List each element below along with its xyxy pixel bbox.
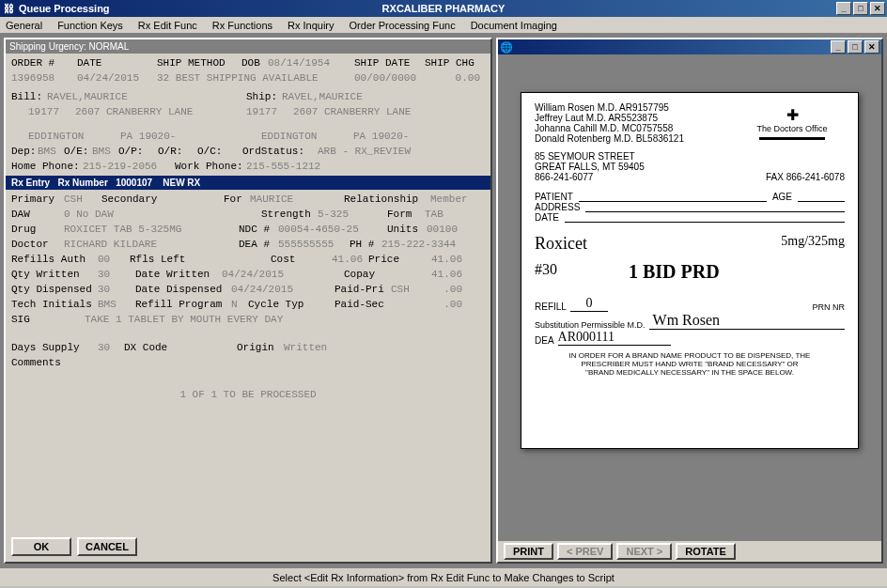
- image-button-row: PRINT < PREV NEXT > ROTATE: [498, 541, 881, 562]
- menu-rx-edit-func[interactable]: Rx Edit Func: [138, 20, 197, 31]
- ok-button[interactable]: OK: [11, 537, 71, 556]
- office-name: The Doctors Office: [736, 124, 848, 133]
- cycle-typ-label: Cycle Typ: [248, 297, 335, 312]
- ship-chg: 0.00: [435, 70, 480, 85]
- strength-value[interactable]: 5-325: [318, 207, 387, 222]
- menu-bar: General Function Keys Rx Edit Func Rx Fu…: [0, 17, 887, 34]
- minimize-button[interactable]: _: [836, 2, 851, 15]
- bill-street: 2607 CRANBERRY LANE: [75, 104, 246, 119]
- image-viewer[interactable]: ✚ The Doctors Office William Rosen M.D. …: [498, 54, 881, 541]
- cost-label: Cost: [271, 252, 316, 267]
- menu-document-imaging[interactable]: Document Imaging: [471, 20, 557, 31]
- workspace: Shipping Urgency: NORMAL ORDER # DATE SH…: [0, 34, 887, 567]
- doctor-value[interactable]: RICHARD KILDARE: [64, 237, 239, 252]
- refills-auth-value[interactable]: 00: [98, 252, 130, 267]
- refills-auth-label: Refills Auth: [11, 252, 98, 267]
- qty-written-value[interactable]: 30: [98, 267, 135, 282]
- image-title-bar: 🌐 _ □ ✕: [498, 39, 881, 54]
- oe-label: O/E:: [64, 144, 92, 159]
- bill-ship-block: Bill: RAVEL,MAURICE Ship: RAVEL,MAURICE …: [6, 87, 490, 176]
- dea-value[interactable]: 555555555: [278, 237, 350, 252]
- dep-label: Dep:: [11, 144, 38, 159]
- drug-value[interactable]: ROXICET TAB 5-325MG: [64, 222, 239, 237]
- bill-city: EDDINGTON: [28, 129, 120, 144]
- image-close-button[interactable]: ✕: [864, 40, 879, 54]
- refill-program-value[interactable]: N: [231, 297, 248, 312]
- prescription-image: ✚ The Doctors Office William Rosen M.D. …: [521, 92, 859, 449]
- image-maximize-button[interactable]: □: [848, 40, 863, 54]
- secondary-label: Secondary: [101, 192, 224, 207]
- qty-written-label: Qty Written: [11, 267, 98, 282]
- form-label: Form: [387, 207, 425, 222]
- col-ship-chg: SHIP CHG: [425, 55, 475, 70]
- rx-number-value: 1000107: [116, 178, 152, 188]
- rfls-left-label: Rfls Left: [130, 252, 271, 267]
- cancel-button[interactable]: CANCEL: [77, 537, 137, 556]
- sig-label: SIG: [11, 312, 85, 327]
- close-button[interactable]: ✕: [870, 2, 885, 15]
- substitution-label: Substitution Permissible M.D.: [535, 320, 646, 330]
- button-row: OK CANCEL: [6, 532, 490, 562]
- qty-dispensed-value[interactable]: 30: [98, 282, 135, 297]
- order-panel: Shipping Urgency: NORMAL ORDER # DATE SH…: [4, 38, 492, 564]
- tech-initials-label: Tech Initials: [11, 297, 98, 312]
- tech-initials-value[interactable]: BMS: [98, 297, 135, 312]
- bill-no: 19177: [28, 104, 75, 119]
- for-label: For: [224, 192, 250, 207]
- ndc-value[interactable]: 00054-4650-25: [278, 222, 387, 237]
- menu-rx-inquiry[interactable]: Rx Inquiry: [288, 20, 335, 31]
- disclaimer-3: "BRAND MEDICALLY NECESSARY" IN THE SPACE…: [535, 368, 845, 377]
- daw-label: DAW: [11, 207, 64, 222]
- menu-rx-functions[interactable]: Rx Functions: [212, 20, 272, 31]
- work-phone: 215-555-1212: [246, 159, 320, 174]
- bill-state: PA 19020-: [120, 129, 261, 144]
- menu-general[interactable]: General: [6, 20, 42, 31]
- date-written-value[interactable]: 04/24/2015: [222, 267, 344, 282]
- dea-image-value: AR000111: [558, 330, 671, 346]
- paid-sec-label: Paid-Sec: [335, 297, 391, 312]
- col-dob: DOB: [241, 55, 268, 70]
- office-phone: 866-241-6077: [535, 172, 593, 182]
- relationship-value[interactable]: Member: [430, 192, 468, 207]
- image-minimize-button[interactable]: _: [831, 40, 846, 54]
- paid-pri-amt: .00: [423, 282, 462, 297]
- ship-label: Ship:: [246, 89, 282, 104]
- dx-code-label: DX Code: [124, 340, 237, 355]
- order-no: 1396958: [11, 70, 77, 85]
- units-label: Units: [387, 222, 427, 237]
- paid-sec-amt: .00: [391, 297, 462, 312]
- date-dispensed-value[interactable]: 04/24/2015: [231, 282, 335, 297]
- menu-order-processing-func[interactable]: Order Processing Func: [350, 20, 456, 31]
- origin-value[interactable]: Written: [284, 340, 327, 355]
- prev-button[interactable]: < PREV: [557, 543, 613, 560]
- maximize-button[interactable]: □: [853, 2, 868, 15]
- form-value[interactable]: TAB: [425, 207, 444, 222]
- next-button[interactable]: NEXT >: [616, 543, 672, 560]
- date-dispensed-label: Date Dispensed: [135, 282, 231, 297]
- units-value[interactable]: 00100: [427, 222, 458, 237]
- days-supply-value[interactable]: 30: [98, 340, 124, 355]
- sig-value[interactable]: TAKE 1 TABLET BY MOUTH EVERY DAY: [85, 312, 283, 327]
- for-value[interactable]: MAURICE: [250, 192, 344, 207]
- oe-value: BMS: [92, 144, 118, 159]
- ship-no: 19177: [246, 104, 293, 119]
- col-order: ORDER #: [11, 55, 77, 70]
- rx-new-label: NEW RX: [163, 178, 200, 188]
- col-date: DATE: [77, 55, 157, 70]
- home-phone: 215-219-2056: [83, 159, 175, 174]
- daw-value[interactable]: 0 No DAW: [64, 207, 261, 222]
- rotate-button[interactable]: ROTATE: [676, 543, 736, 560]
- bill-label: Bill:: [11, 89, 47, 104]
- primary-label: Primary: [11, 192, 64, 207]
- hand-drug: Roxicet: [535, 234, 781, 254]
- qty-dispensed-label: Qty Dispensed: [11, 282, 98, 297]
- signature: Wm Rosen: [649, 312, 845, 330]
- ship-state: PA 19020-: [353, 129, 409, 144]
- menu-function-keys[interactable]: Function Keys: [57, 20, 123, 31]
- primary-value[interactable]: CSH: [64, 192, 101, 207]
- office-addr2: GREAT FALLS, MT 59405: [535, 162, 845, 172]
- ship-date: 00/00/0000: [354, 70, 435, 85]
- ndc-label: NDC #: [239, 222, 278, 237]
- print-button[interactable]: PRINT: [504, 543, 553, 560]
- ph-value[interactable]: 215-222-3344: [381, 237, 456, 252]
